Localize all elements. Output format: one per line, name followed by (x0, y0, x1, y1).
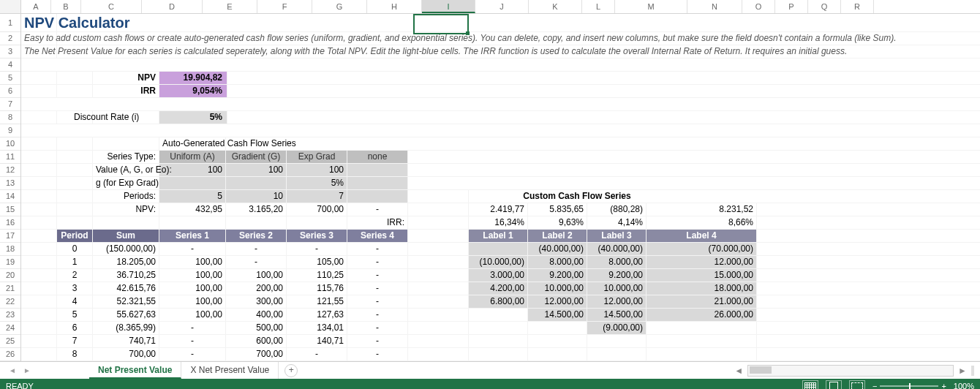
series2-cell[interactable]: - (226, 256, 287, 268)
view-page-break-icon[interactable] (849, 380, 865, 389)
col-header-G[interactable]: G (312, 0, 367, 13)
sum-cell[interactable]: (150.000,00) (93, 243, 159, 255)
series-value-3[interactable]: 100 (287, 164, 347, 176)
label1-cell[interactable] (469, 348, 528, 360)
zoom-in-icon[interactable]: + (941, 382, 946, 389)
col-header-A[interactable]: A (21, 0, 51, 13)
spacer[interactable] (408, 335, 469, 347)
label3-cell[interactable] (587, 335, 647, 347)
spacer[interactable] (21, 348, 57, 360)
row-header-17[interactable]: 17 (0, 230, 20, 243)
series3-cell[interactable]: - (287, 348, 347, 360)
row-header-19[interactable]: 19 (0, 256, 20, 269)
spacer[interactable] (21, 282, 57, 295)
spacer[interactable] (408, 295, 469, 308)
row-header-13[interactable]: 13 (0, 177, 20, 190)
label4-cell[interactable] (647, 348, 757, 360)
series-g-2[interactable] (226, 177, 287, 189)
series-periods-4[interactable] (347, 190, 408, 203)
row-header-10[interactable]: 10 (0, 137, 20, 151)
series-g-1[interactable] (159, 177, 226, 189)
period-cell[interactable]: 3 (57, 282, 93, 295)
spacer[interactable] (21, 322, 57, 334)
tab-nav-next-icon[interactable]: ► (23, 366, 31, 374)
th-l1[interactable]: Label 1 (469, 230, 528, 242)
series2-cell[interactable]: 300,00 (226, 295, 287, 308)
row-header-11[interactable]: 11 (0, 151, 20, 164)
period-cell[interactable]: 6 (57, 322, 93, 334)
row-header-23[interactable]: 23 (0, 309, 20, 322)
period-cell[interactable]: 5 (57, 309, 93, 321)
series3-cell[interactable]: 115,76 (287, 282, 347, 295)
label1-cell[interactable]: (10.000,00) (469, 256, 528, 268)
sum-cell[interactable]: 52.321,55 (93, 295, 159, 308)
label3-cell[interactable]: 9.200,00 (587, 269, 647, 282)
row-header-5[interactable]: 5 (0, 72, 20, 85)
sheet-tab-inactive[interactable]: X Net Present Value (181, 362, 279, 379)
series3-cell[interactable]: 121,55 (287, 295, 347, 308)
col-header-L[interactable]: L (582, 0, 615, 13)
series3-cell[interactable]: 105,00 (287, 256, 347, 268)
label2-cell[interactable] (528, 335, 587, 347)
col-header-M[interactable]: M (615, 0, 687, 13)
tab-nav[interactable]: ◄ ► (0, 366, 89, 374)
series-type-3[interactable]: Exp Grad (287, 151, 347, 163)
label1-cell[interactable] (469, 309, 528, 321)
series1-cell[interactable]: 100,00 (159, 282, 226, 295)
series-type-1[interactable]: Uniform (A) (159, 151, 226, 163)
label1-cell[interactable]: 3.000,00 (469, 269, 528, 282)
row-header-26[interactable]: 26 (0, 348, 20, 361)
label4-cell[interactable]: 18.000,00 (647, 282, 757, 295)
row-header-24[interactable]: 24 (0, 322, 20, 335)
series-value-4[interactable] (347, 164, 408, 176)
label4-cell[interactable]: 15.000,00 (647, 269, 757, 282)
view-page-layout-icon[interactable] (826, 380, 842, 389)
row-header-15[interactable]: 15 (0, 203, 20, 216)
sheet-tab-active[interactable]: Net Present Value (89, 362, 181, 379)
sum-cell[interactable]: 700,00 (93, 348, 159, 360)
label1-cell[interactable] (469, 243, 528, 255)
row-header-12[interactable]: 12 (0, 164, 20, 177)
label1-cell[interactable] (469, 322, 528, 334)
select-all-corner[interactable] (0, 0, 21, 13)
row-header-16[interactable]: 16 (0, 216, 20, 230)
col-header-D[interactable]: D (142, 0, 203, 13)
spacer[interactable] (21, 309, 57, 321)
series2-cell[interactable]: 500,00 (226, 322, 287, 334)
series-type-2[interactable]: Gradient (G) (226, 151, 287, 163)
npv-value[interactable]: 19.904,82 (159, 72, 227, 84)
series1-cell[interactable]: 100,00 (159, 269, 226, 282)
col-header-R[interactable]: R (841, 0, 874, 13)
row-header-6[interactable]: 6 (0, 85, 20, 98)
spacer[interactable] (21, 295, 57, 308)
label2-cell[interactable]: 8.000,00 (528, 256, 587, 268)
series2-cell[interactable]: - (226, 243, 287, 255)
spacer[interactable] (408, 322, 469, 334)
sum-cell[interactable]: 740,71 (93, 335, 159, 347)
series2-cell[interactable]: 600,00 (226, 335, 287, 347)
series4-cell[interactable]: - (347, 322, 408, 334)
label2-cell[interactable]: 14.500,00 (528, 309, 587, 321)
series3-cell[interactable]: 127,63 (287, 309, 347, 321)
row-header-8[interactable]: 8 (0, 111, 20, 124)
label4-cell[interactable]: 21.000,00 (647, 295, 757, 308)
sum-cell[interactable]: (8.365,99) (93, 322, 159, 334)
series-g-4[interactable] (347, 177, 408, 189)
series2-cell[interactable]: 400,00 (226, 309, 287, 321)
label2-cell[interactable]: 12.000,00 (528, 295, 587, 308)
label2-cell[interactable]: 10.000,00 (528, 282, 587, 295)
series4-cell[interactable]: - (347, 269, 408, 282)
period-cell[interactable]: 0 (57, 243, 93, 255)
col-header-Q[interactable]: Q (808, 0, 841, 13)
series4-cell[interactable]: - (347, 295, 408, 308)
th-l4[interactable]: Label 4 (647, 230, 757, 242)
label3-cell[interactable]: 10.000,00 (587, 282, 647, 295)
label3-cell[interactable]: 12.000,00 (587, 295, 647, 308)
series-value-2[interactable]: 100 (226, 164, 287, 176)
series-g-3[interactable]: 5% (287, 177, 347, 189)
row-header-4[interactable]: 4 (0, 58, 20, 72)
col-header-O[interactable]: O (742, 0, 775, 13)
discount-value[interactable]: 5% (159, 111, 227, 124)
period-cell[interactable]: 4 (57, 295, 93, 308)
scroll-left-icon[interactable]: ◄ (734, 366, 743, 376)
